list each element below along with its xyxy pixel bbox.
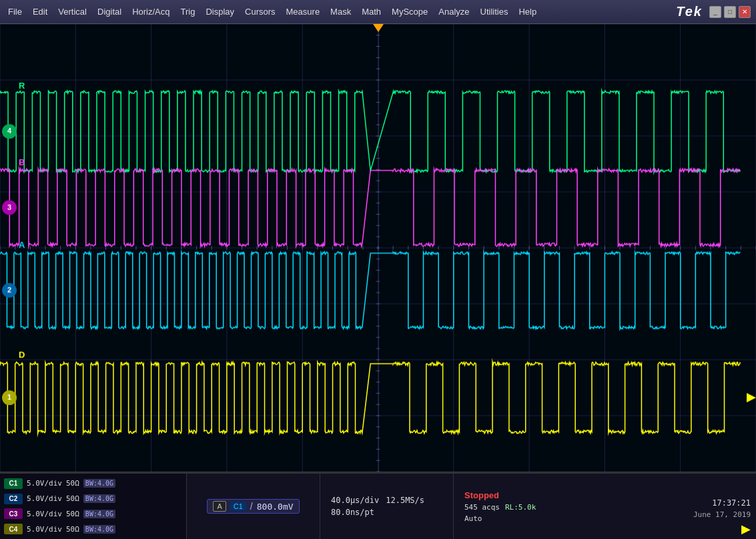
ch1-ohms: 50Ω — [66, 479, 79, 488]
time-per-div: 40.0μs/div — [331, 496, 379, 505]
minimize-button[interactable]: _ — [709, 6, 721, 18]
channel-2-row: C2 5.0V/div 50Ω BW:4.0G — [4, 492, 182, 506]
channel-3-row: C3 5.0V/div 50Ω BW:4.0G — [4, 507, 182, 522]
close-button[interactable]: ✕ — [739, 6, 751, 18]
menubar: File Edit Vertical Digital Horiz/Acq Tri… — [0, 0, 756, 24]
menu-edit[interactable]: Edit — [27, 4, 53, 19]
menu-file[interactable]: File — [3, 4, 27, 19]
menu-utilities[interactable]: Utilities — [475, 4, 514, 19]
window-controls: _ □ ✕ — [709, 6, 753, 18]
ch4-badge[interactable]: C4 — [4, 524, 23, 534]
menu-measure[interactable]: Measure — [281, 4, 326, 19]
channel-1-row: C1 5.0V/div 50Ω BW:4.0G — [4, 476, 182, 491]
acq-mode: Auto — [464, 514, 482, 523]
menu-display[interactable]: Display — [200, 4, 240, 19]
trigger-channel: C1 — [230, 502, 246, 511]
ch2-bw: BW:4.0G — [83, 494, 115, 503]
timebase-row2: 80.0ns/pt — [331, 508, 442, 517]
ch2-badge[interactable]: C2 — [4, 494, 23, 504]
channel-4-row: C4 5.0V/div 50Ω BW:4.0G — [4, 522, 182, 536]
time-per-pt: 80.0ns/pt — [331, 508, 374, 517]
acq-mode-row: Auto — [464, 514, 550, 523]
clock-date: June 17, 2019 — [693, 510, 751, 519]
ch4-volts: 5.0V/div — [27, 525, 62, 534]
ch1-volts: 5.0V/div — [27, 479, 62, 488]
ch3-bw: BW:4.0G — [83, 510, 115, 518]
menu-help[interactable]: Help — [513, 4, 542, 19]
trigger-slope-icon: / — [250, 501, 253, 512]
menu-math[interactable]: Math — [356, 4, 386, 19]
clock-info-panel: 17:37:21 June 17, 2019 ▶ — [688, 474, 756, 539]
timebase-row: 40.0μs/div 12.5MS/s — [331, 496, 442, 505]
menu-analyze[interactable]: Analyze — [433, 4, 474, 19]
maximize-button[interactable]: □ — [724, 6, 736, 18]
sample-rate: 12.5MS/s — [386, 496, 424, 505]
acquisition-info-panel: Stopped 545 acqs RL:5.0k Auto — [454, 474, 560, 539]
ch1-badge[interactable]: C1 — [4, 478, 23, 489]
trigger-badge: A C1 / 800.0mV — [207, 499, 299, 514]
rl-value: RL:5.0k — [505, 503, 536, 512]
scope-display — [0, 24, 756, 472]
menu-myscope[interactable]: MyScope — [386, 4, 433, 19]
tek-logo: Tek — [676, 4, 709, 19]
ch3-badge[interactable]: C3 — [4, 508, 23, 519]
menu-trig[interactable]: Trig — [175, 4, 200, 19]
trigger-marker-icon: ▶ — [741, 522, 751, 536]
acqs-row: 545 acqs RL:5.0k — [464, 503, 550, 512]
channel-info-panel: C1 5.0V/div 50Ω BW:4.0G C2 5.0V/div 50Ω … — [0, 474, 187, 539]
ch2-ohms: 50Ω — [66, 494, 79, 503]
trigger-level: 800.0mV — [257, 502, 294, 512]
status-bar: C1 5.0V/div 50Ω BW:4.0G C2 5.0V/div 50Ω … — [0, 472, 756, 539]
menu-mask[interactable]: Mask — [325, 4, 356, 19]
ch2-volts: 5.0V/div — [27, 494, 62, 503]
ch4-ohms: 50Ω — [66, 525, 79, 534]
ch4-bw: BW:4.0G — [83, 525, 115, 534]
trigger-label-a: A — [213, 501, 226, 512]
stopped-status: Stopped — [464, 490, 550, 500]
acqs-count: 545 acqs — [464, 503, 500, 512]
trigger-info-panel: A C1 / 800.0mV — [187, 474, 320, 539]
ch1-bw: BW:4.0G — [83, 479, 115, 488]
ch3-ohms: 50Ω — [66, 510, 79, 518]
menu-digital[interactable]: Digital — [92, 4, 127, 19]
menu-horiz-acq[interactable]: Horiz/Acq — [127, 4, 175, 19]
clock-time: 17:37:21 — [712, 498, 751, 508]
waveform-canvas — [0, 24, 756, 472]
timebase-info-panel: 40.0μs/div 12.5MS/s 80.0ns/pt — [320, 474, 454, 539]
menu-vertical[interactable]: Vertical — [53, 4, 92, 19]
menu-cursors[interactable]: Cursors — [240, 4, 281, 19]
trigger-position-arrow — [373, 24, 384, 32]
ch3-volts: 5.0V/div — [27, 510, 62, 518]
